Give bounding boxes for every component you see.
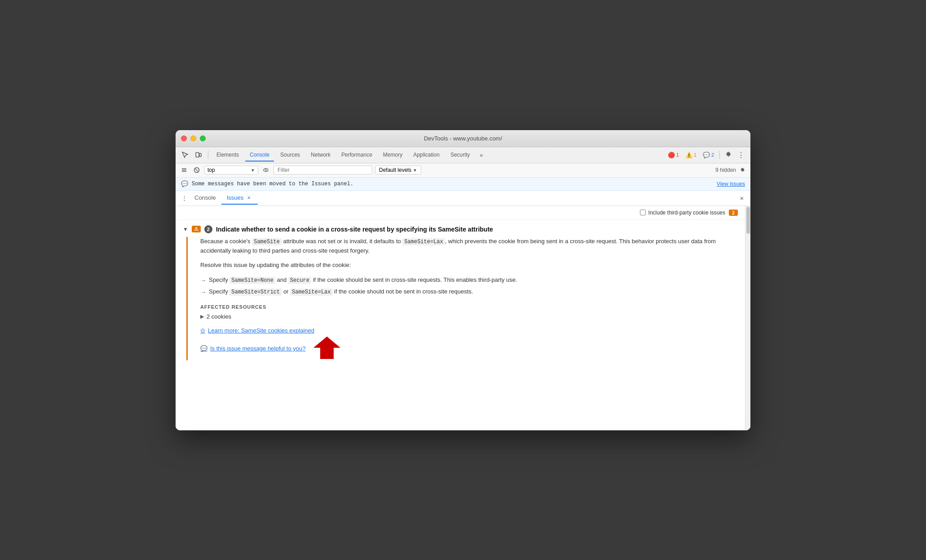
learn-more-label: Learn more: SameSite cookies explained (208, 327, 314, 334)
hidden-count-area: 9 hidden (715, 166, 747, 175)
third-party-checkbox[interactable] (640, 210, 646, 215)
error-badge-button[interactable]: 🔴 1 (665, 150, 682, 160)
issue-body: Because a cookie's SameSite attribute wa… (186, 237, 738, 360)
close-issues-tab-button[interactable]: × (245, 194, 252, 201)
tab-issues-inner[interactable]: Issues × (221, 191, 258, 205)
traffic-lights (181, 136, 206, 141)
tab-application[interactable]: Application (409, 149, 444, 161)
learn-more-icon: ⊙ (200, 327, 205, 334)
eye-icon[interactable] (261, 165, 271, 175)
settings-icon[interactable] (723, 149, 734, 161)
top-toolbar: Elements Console Sources Network Perform… (176, 147, 750, 163)
levels-label: Default levels (379, 167, 411, 173)
warn-count: 1 (694, 152, 697, 158)
issue-expand-arrow-icon[interactable]: ▼ (183, 226, 188, 232)
issue-title: Indicate whether to send a cookie in a c… (216, 226, 493, 233)
issues-main-content: Include third-party cookie issues 2 ▼ ⚠ … (176, 206, 745, 430)
inner-tabs-bar: ⋮ Console Issues × × (176, 191, 750, 206)
secure-code: Secure (288, 277, 311, 284)
learn-more-link[interactable]: ⊙ Learn more: SameSite cookies explained (200, 327, 738, 334)
third-party-label-text: Include third-party cookie issues (648, 210, 725, 216)
svg-point-5 (265, 170, 267, 171)
clear-console-icon[interactable] (192, 165, 202, 175)
svg-rect-0 (196, 153, 199, 157)
hidden-count-text: 9 hidden (715, 167, 736, 173)
filter-input[interactable] (273, 166, 372, 175)
close-button[interactable] (181, 136, 187, 141)
warn-icon: ⚠️ (685, 152, 692, 158)
view-issues-link[interactable]: View issues (717, 181, 745, 187)
tab-memory[interactable]: Memory (379, 149, 407, 161)
tab-elements[interactable]: Elements (212, 149, 243, 161)
context-selector[interactable]: top ▼ (204, 166, 258, 175)
cookies-count-label: 2 cookies (207, 313, 231, 320)
scrollbar-thumb[interactable] (746, 207, 750, 234)
affected-cookies-row[interactable]: ▶ 2 cookies (200, 313, 738, 320)
tab-security[interactable]: Security (446, 149, 474, 161)
info-count: 2 (711, 152, 714, 158)
samesite-lax-code-1: SameSite=Lax (402, 238, 445, 245)
title-bar: DevTools - www.youtube.com/ (176, 130, 750, 147)
svg-line-3 (195, 169, 198, 171)
third-party-checkbox-label[interactable]: Include third-party cookie issues (640, 210, 725, 216)
warn-badge-button[interactable]: ⚠️ 1 (683, 150, 699, 160)
tab-performance[interactable]: Performance (337, 149, 377, 161)
error-icon: 🔴 (668, 152, 675, 158)
helpful-link[interactable]: 💬 Is this issue message helpful to you? (200, 337, 738, 360)
tab-sources[interactable]: Sources (276, 149, 304, 161)
info-banner-text: Some messages have been moved to the Iss… (192, 181, 353, 187)
helpful-icon: 💬 (200, 345, 207, 352)
window-title: DevTools - www.youtube.com/ (424, 135, 502, 142)
levels-button[interactable]: Default levels ▼ (375, 166, 421, 175)
close-panel-button[interactable]: × (737, 193, 747, 203)
third-party-row: Include third-party cookie issues 2 (176, 206, 745, 220)
svg-rect-1 (199, 153, 201, 157)
tab-console[interactable]: Console (245, 149, 274, 162)
console-settings-icon[interactable] (738, 166, 747, 175)
toolbar-right: 🔴 1 ⚠️ 1 💬 2 ⋮ (665, 149, 747, 161)
samesite-none-code: SameSite=None (229, 277, 275, 284)
samesite-lax-code-2: SameSite=Lax (290, 289, 332, 296)
console-toolbar: top ▼ Default levels ▼ 9 hidden (176, 163, 750, 178)
error-count: 1 (676, 152, 679, 158)
content-area: Include third-party cookie issues 2 ▼ ⚠ … (176, 206, 750, 430)
tab-console-inner[interactable]: Console (189, 192, 221, 205)
samesite-code-1: SameSite (252, 238, 282, 245)
info-banner: 💬 Some messages have been moved to the I… (176, 178, 750, 191)
info-banner-icon: 💬 (181, 180, 188, 188)
issue-warn-icon: ⚠ (192, 226, 201, 232)
issue-resolve-text: Resolve this issue by updating the attri… (200, 261, 738, 270)
context-arrow-icon: ▼ (251, 168, 255, 173)
helpful-label: Is this issue message helpful to you? (210, 345, 305, 352)
inner-tabs-menu-icon[interactable]: ⋮ (179, 193, 189, 203)
red-arrow-annotation (313, 337, 340, 360)
issue-header[interactable]: ▼ ⚠ 2 Indicate whether to send a cookie … (183, 220, 738, 237)
info-badge-button[interactable]: 💬 2 (700, 150, 717, 160)
issue-count-badge: 2 (204, 225, 212, 233)
cookies-expand-icon: ▶ (200, 314, 204, 319)
issue-group-samesite: ▼ ⚠ 2 Indicate whether to send a cookie … (176, 220, 745, 368)
info-icon: 💬 (703, 152, 710, 158)
device-icon[interactable] (193, 149, 204, 161)
issue-bullets: Specify SameSite=None and Secure if the … (200, 276, 738, 297)
samesite-strict-code: SameSite=Strict (229, 289, 282, 296)
tab-more-icon[interactable]: » (476, 149, 486, 161)
affected-resources-label: AFFECTED RESOURCES (200, 304, 738, 310)
inspect-icon[interactable] (179, 149, 191, 161)
issues-warn-badge: 2 (729, 210, 738, 216)
toolbar-separator-2 (719, 151, 720, 159)
issue-bullet-2: Specify SameSite=Strict or SameSite=Lax … (200, 287, 738, 297)
minimize-button[interactable] (190, 136, 196, 141)
devtools-window: DevTools - www.youtube.com/ Elements Con… (176, 130, 750, 430)
issue-description: Because a cookie's SameSite attribute wa… (200, 237, 738, 256)
toolbar-separator-1 (208, 151, 208, 159)
issue-links: ⊙ Learn more: SameSite cookies explained… (200, 327, 738, 360)
issue-bullet-1: Specify SameSite=None and Secure if the … (200, 276, 738, 285)
context-value: top (207, 167, 215, 173)
scrollbar-track[interactable] (745, 206, 750, 430)
maximize-button[interactable] (200, 136, 206, 141)
tab-network[interactable]: Network (306, 149, 335, 161)
close-issues-icon: × (247, 194, 251, 201)
more-options-icon[interactable]: ⋮ (735, 149, 747, 161)
expand-console-icon[interactable] (179, 165, 189, 175)
